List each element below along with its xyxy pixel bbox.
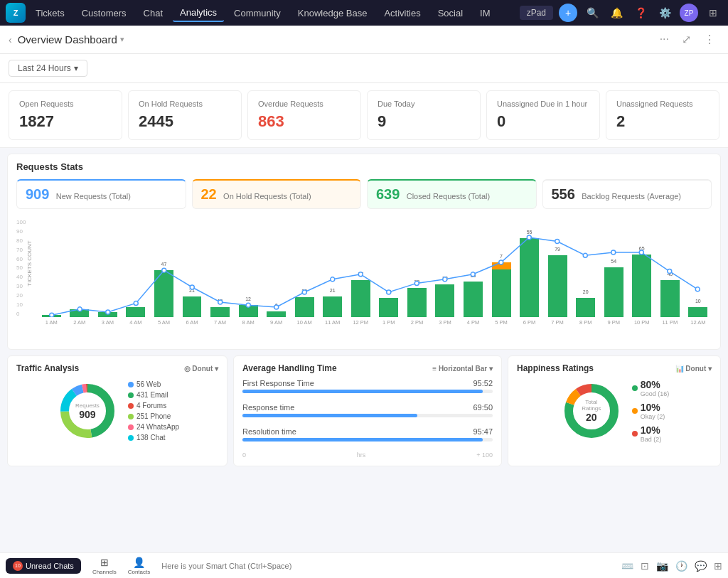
time-filter-button[interactable]: Last 24 Hours ▾ [9, 60, 87, 77]
x-label-14: 3 PM [432, 319, 459, 326]
x-label-19: 8 PM [572, 319, 599, 326]
nav-customers[interactable]: Customers [75, 5, 134, 21]
channels-button[interactable]: ⊞ Channels [92, 557, 117, 575]
bar-green-11 [351, 280, 370, 317]
legend-web: 56 Web [128, 380, 179, 388]
nav-analytics[interactable]: Analytics [173, 4, 224, 22]
traffic-donut-container: Requests 909 56 Web 431 Email [16, 379, 218, 443]
main-content: Requests Stats 909 New Requests (Total) … [0, 148, 728, 472]
closed-requests-label: Closed Requests (Total) [407, 192, 490, 200]
settings-button[interactable]: ⋮ [700, 31, 719, 48]
workspace-selector[interactable]: zPad [520, 6, 553, 20]
x-label-20: 9 PM [600, 319, 628, 326]
grid-icon[interactable]: ⊞ [714, 560, 722, 572]
requests-stats-title: Requests Stats [16, 161, 712, 172]
due-today-value: 9 [378, 112, 470, 131]
nav-im[interactable]: IM [473, 5, 497, 21]
y-tick-20: 20 [16, 292, 38, 299]
camera-icon[interactable]: 📷 [656, 560, 668, 572]
page-title: Overview Dashboard [18, 33, 117, 46]
nav-chat[interactable]: Chat [136, 5, 170, 21]
x-label-22: 11 PM [656, 319, 684, 326]
nav-community[interactable]: Community [227, 5, 288, 21]
keyboard-icon[interactable]: ⌨️ [621, 560, 633, 572]
traffic-donut-center: Requests 909 [75, 402, 100, 420]
y-tick-0: 0 [16, 311, 38, 317]
settings-icon[interactable]: ⚙️ [655, 4, 674, 22]
bar-group-0 [38, 218, 65, 317]
nav-tickets[interactable]: Tickets [28, 5, 72, 21]
bar-group-18: 79 [544, 218, 572, 317]
avatar[interactable]: ZP [680, 4, 698, 22]
resolution-time-label: Resolution time [242, 427, 296, 436]
y-tick-90: 90 [16, 228, 38, 235]
bar-group-23: 10 [685, 218, 712, 317]
x-label-21: 10 PM [628, 319, 655, 326]
handling-chart-type[interactable]: ≡ Horizontal Bar ▾ [432, 365, 493, 373]
bar-group-6: 10 [206, 218, 234, 317]
happiness-donut-wrap: Total Ratings 20 [560, 379, 623, 443]
y-axis-label: TICKETS COUNT [26, 240, 33, 286]
unassigned-label: Unassigned Requests [616, 100, 709, 108]
bar-green-19 [576, 298, 595, 317]
nav-activities[interactable]: Activities [377, 5, 427, 21]
chat-icon[interactable]: 💬 [695, 560, 707, 572]
response-time-bar: Response time 69:50 [242, 403, 493, 417]
unassigned-due-label: Unassigned Due in 1 hour [497, 100, 589, 108]
smart-chat-input[interactable] [161, 562, 610, 570]
bar-group-2 [94, 218, 122, 317]
bar-green-9 [295, 297, 314, 317]
traffic-total-label: Requests [75, 402, 100, 409]
bar-label-5: 21 [178, 288, 206, 293]
nav-social[interactable]: Social [431, 5, 470, 21]
backlog-num: 556 [552, 186, 575, 202]
new-requests-num: 909 [26, 186, 49, 202]
search-icon[interactable]: 🔍 [583, 4, 601, 22]
bar-green-13 [407, 288, 427, 317]
happiness-donut-center: Total Ratings 20 [575, 399, 607, 423]
bar-group-1 [66, 218, 94, 317]
more-options-button[interactable]: ··· [655, 31, 673, 48]
nav-knowledge-base[interactable]: Knowledge Base [291, 5, 375, 21]
legend-bad-dot [632, 431, 638, 437]
on-hold-label: On Hold Requests [139, 100, 231, 108]
on-hold-summary-num: 22 [201, 186, 217, 202]
happiness-title: Happiness Ratings 📊 Donut ▾ [517, 363, 712, 373]
filter-label: Last 24 Hours [18, 63, 71, 73]
legend-phone: 251 Phone [128, 412, 179, 420]
header-bar: ‹ Overview Dashboard ▾ ··· ⤢ ⋮ [0, 26, 728, 54]
expand-button[interactable]: ⤢ [678, 31, 695, 48]
legend-email-dot [128, 392, 134, 398]
clock-icon[interactable]: 🕐 [675, 560, 687, 572]
on-hold-summary-label: On Hold Requests (Total) [223, 192, 311, 200]
unread-chats-button[interactable]: 10 Unread Chats [6, 558, 81, 574]
apps-icon[interactable]: ⊞ [704, 4, 722, 22]
notifications-icon[interactable]: 🔔 [607, 4, 626, 22]
bar-green-3 [126, 307, 145, 317]
bar-label-17: 55 [515, 230, 543, 235]
bar-label-13: 29 [403, 279, 431, 284]
contacts-button[interactable]: 👤 Contacts [128, 557, 151, 575]
summary-cards-row: 909 New Requests (Total) 22 On Hold Requ… [16, 179, 712, 209]
title-chevron-icon[interactable]: ▾ [120, 35, 124, 44]
keyboard-shortcut-icon[interactable]: ⊡ [641, 560, 649, 572]
back-button[interactable]: ‹ [9, 34, 12, 46]
x-label-1: 2 AM [66, 319, 94, 326]
closed-requests-num: 639 [376, 186, 400, 202]
add-button[interactable]: + [559, 4, 577, 22]
traffic-chart-type[interactable]: ◎ Donut ▾ [184, 365, 218, 373]
help-icon[interactable]: ❓ [631, 4, 650, 22]
happiness-chart-type[interactable]: 📊 Donut ▾ [675, 365, 712, 373]
legend-phone-dot [128, 414, 134, 419]
bar-green-23 [688, 307, 707, 317]
bar-label-18: 79 [544, 247, 572, 252]
bar-label-15: 36 [459, 273, 487, 278]
first-response-fill [242, 390, 483, 393]
bar-green-12 [379, 298, 398, 317]
app-logo: Z [6, 3, 26, 23]
bar-label-9: 20 [291, 289, 318, 294]
bar-group-9: 20 [291, 218, 318, 317]
bar-green-8 [267, 311, 286, 317]
stats-row: Open Requests 1827 On Hold Requests 2445… [0, 83, 728, 148]
chart-area: 100 90 80 70 60 50 40 30 20 10 0 TICKETS… [16, 218, 712, 342]
